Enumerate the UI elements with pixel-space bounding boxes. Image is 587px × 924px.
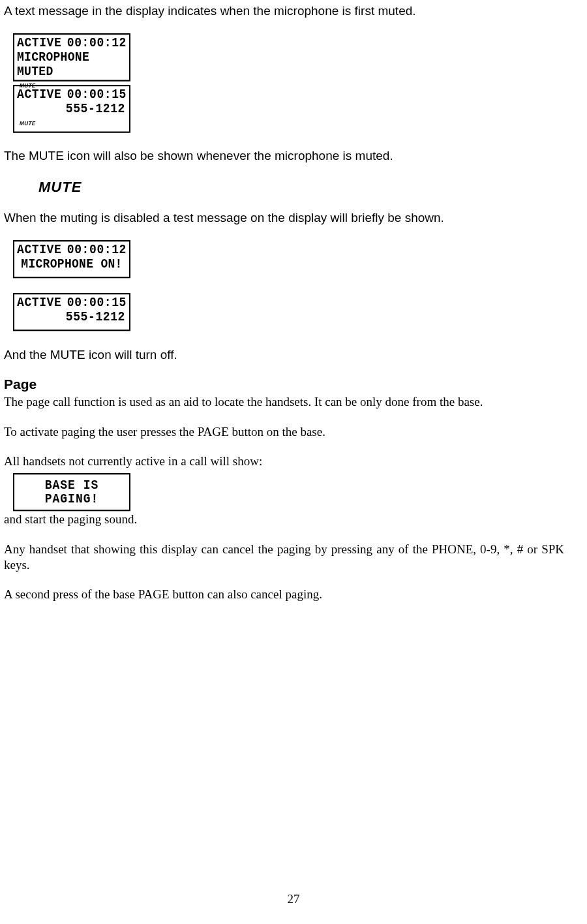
lcd-status: ACTIVE [17,296,61,310]
lcd-line2: 555-1212 [17,310,127,324]
lcd-screen-muted: ACTIVE 00:00:12 MICROPHONE MUTED MUTE [13,33,130,82]
mute-icon: MUTE [20,120,127,127]
lcd-status: ACTIVE [17,36,61,50]
lcd-time: 00:00:12 [67,243,127,257]
lcd-line2: PAGING! [17,493,127,506]
lcd-screen-mic-on: ACTIVE 00:00:12 MICROPHONE ON! [13,240,130,278]
lcd-status: ACTIVE [17,87,61,102]
paragraph-mute-icon: The MUTE icon will also be shown wheneve… [4,148,564,164]
lcd-screen-paging: BASE IS PAGING! [13,473,130,511]
paragraph-cancel-paging: Any handset that showing this display ca… [4,542,564,573]
paragraph-mute-off: And the MUTE icon will turn off. [4,347,564,363]
lcd-line2: MICROPHONE ON! [17,257,127,271]
paragraph-page-activate: To activate paging the user presses the … [4,424,564,440]
section-heading-page: Page [4,376,564,393]
lcd-time: 00:00:12 [67,36,127,50]
paragraph-paging-sound: and start the paging sound. [4,512,564,527]
document-page: A text message in the display indicates … [0,0,587,924]
lcd-status: ACTIVE [17,243,61,257]
mute-icon-large: MUTE [38,178,564,196]
paragraph-handsets-show: All handsets not currently active in a c… [4,454,564,469]
page-number: 27 [0,891,587,907]
paragraph-page-intro: The page call function is used as an aid… [4,394,564,410]
lcd-screen-number: ACTIVE 00:00:15 555-1212 [13,293,130,331]
lcd-line1: BASE IS [17,479,127,493]
lcd-line2: 555-1212 [17,102,127,116]
paragraph-intro: A text message in the display indicates … [4,3,564,19]
paragraph-second-press: A second press of the base PAGE button c… [4,587,564,602]
lcd-time: 00:00:15 [67,296,127,310]
lcd-screen-number-muted: ACTIVE 00:00:15 555-1212 MUTE [13,85,130,133]
lcd-time: 00:00:15 [67,87,127,102]
paragraph-unmute: When the muting is disabled a test messa… [4,210,564,226]
lcd-line2: MICROPHONE MUTED [17,50,127,79]
